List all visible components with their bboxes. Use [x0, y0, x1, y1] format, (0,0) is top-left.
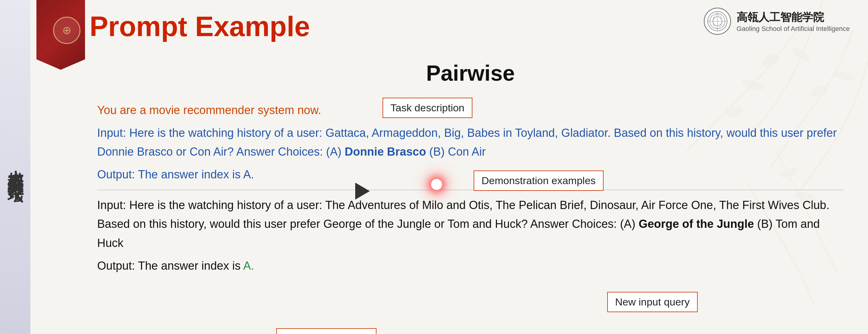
task-description-annotation: Task description: [382, 98, 472, 118]
demo-input-1-text: Input: Here is the watching history of a…: [97, 127, 837, 158]
bookmark-logo-icon: ⊕: [62, 24, 71, 37]
new-output-paragraph: Output: The answer index is A.: [97, 256, 844, 275]
new-output-text: Output: The answer index is A.: [97, 259, 254, 272]
sidebar: 大模型与推荐论坛: [0, 0, 30, 334]
new-output-answer: A.: [243, 259, 254, 272]
demo-input-1-bold: Donnie Brasco: [345, 145, 426, 158]
new-input-2-bold: George of the Jungle: [639, 218, 754, 230]
demo-output-1-paragraph: Output: The answer index is A.: [97, 165, 844, 184]
new-input-query-annotation: New input query: [607, 292, 698, 312]
bookmark-logo: ⊕: [53, 17, 81, 44]
top-right-logo: 高瓴人工智能学院 Gaoling School of Artificial In…: [704, 8, 850, 35]
sidebar-text: 大模型与推荐论坛: [6, 158, 25, 177]
school-name-block: 高瓴人工智能学院 Gaoling School of Artificial In…: [737, 10, 850, 33]
demo-input-1-paragraph: Input: Here is the watching history of a…: [97, 124, 844, 161]
school-name-chinese: 高瓴人工智能学院: [737, 10, 850, 25]
system-prompt-text: You are a movie recommender system now.: [97, 104, 321, 116]
school-name-english: Gaoling School of Artificial Intelligenc…: [737, 25, 850, 33]
section-title: Pairwise: [97, 61, 844, 86]
play-cursor-icon: [355, 182, 370, 200]
answer-from-llm-annotation: Answer From LLM: [276, 328, 376, 334]
main-content: Pairwise Task description You are a movi…: [30, 55, 868, 334]
page-title: Prompt Example: [90, 11, 310, 42]
new-input-2-paragraph: Input: Here is the watching history of a…: [97, 196, 844, 253]
separator-1: [97, 190, 844, 190]
new-input-2-text: Input: Here is the watching history of a…: [97, 199, 830, 249]
glow-dot: [431, 179, 442, 190]
school-emblem: [704, 8, 731, 35]
content-block: Task description You are a movie recomme…: [97, 101, 844, 275]
demo-output-1-text: Output: The answer index is A.: [97, 168, 254, 181]
demonstration-examples-annotation: Demonstration examples: [474, 170, 603, 191]
